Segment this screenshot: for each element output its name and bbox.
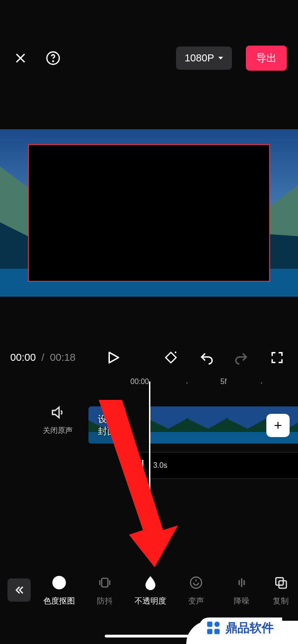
playback-bar: 00:00 / 00:18 xyxy=(0,341,298,374)
quality-selector[interactable]: 1080P xyxy=(176,46,232,70)
undo-icon[interactable] xyxy=(196,347,217,368)
collapse-toolbar-button[interactable] xyxy=(7,578,31,602)
mute-original-audio[interactable]: 关闭原声 xyxy=(43,405,73,436)
time-separator: / xyxy=(41,352,44,364)
svg-rect-42 xyxy=(214,629,219,634)
time-current: 00:00 xyxy=(10,352,36,364)
denoise-icon xyxy=(233,574,250,591)
svg-rect-29 xyxy=(140,460,141,471)
tool-label: 防抖 xyxy=(97,596,113,606)
svg-rect-30 xyxy=(142,460,143,471)
timeline-area[interactable]: 关闭原声 设置 封面 + 3.0s xyxy=(0,394,298,497)
overlay-selection[interactable] xyxy=(28,144,270,282)
svg-point-40 xyxy=(214,621,219,626)
keyframe-icon[interactable] xyxy=(160,347,182,368)
watermark-logo-icon xyxy=(206,620,222,636)
svg-rect-39 xyxy=(207,621,212,626)
redo-icon[interactable] xyxy=(231,347,252,368)
ruler-dot xyxy=(261,382,262,384)
svg-rect-19 xyxy=(149,432,189,444)
tool-label: 色度抠图 xyxy=(43,596,75,606)
preview-area[interactable] xyxy=(0,129,298,297)
svg-rect-34 xyxy=(61,584,64,587)
export-button[interactable]: 导出 xyxy=(246,46,287,71)
play-button[interactable] xyxy=(101,345,125,370)
clip-thumb xyxy=(149,406,189,444)
opacity-icon xyxy=(142,574,159,591)
clip-handle-left[interactable] xyxy=(134,452,149,478)
svg-rect-35 xyxy=(102,578,108,587)
tool-label: 降噪 xyxy=(234,596,250,606)
overlay-track[interactable]: 3.0s xyxy=(133,452,298,479)
tool-label: 不透明度 xyxy=(135,596,166,606)
tool-label: 复制 xyxy=(273,596,289,606)
header-bar: 1080P 导出 xyxy=(0,0,298,79)
clip-duration: 3.0s xyxy=(153,461,167,470)
tool-copy[interactable]: 复制 xyxy=(264,574,297,606)
cover-label: 设置 封面 xyxy=(98,413,116,437)
tool-stabilize[interactable]: 防抖 xyxy=(82,574,128,606)
chevron-down-icon xyxy=(218,55,224,61)
fullscreen-icon[interactable] xyxy=(266,347,288,368)
stabilize-icon xyxy=(96,574,113,591)
svg-point-1 xyxy=(53,61,54,62)
clip-thumb xyxy=(228,406,268,444)
svg-rect-33 xyxy=(55,578,58,581)
tool-opacity[interactable]: 不透明度 xyxy=(128,574,173,606)
watermark-text: 鼎品软件 xyxy=(225,620,274,636)
svg-point-36 xyxy=(190,577,202,588)
quality-label: 1080P xyxy=(184,52,214,64)
tool-label: 变声 xyxy=(188,596,204,606)
svg-rect-25 xyxy=(228,432,268,444)
help-icon[interactable] xyxy=(44,49,62,67)
voice-change-icon xyxy=(188,574,204,591)
close-icon[interactable] xyxy=(11,49,30,67)
speaker-icon xyxy=(50,405,66,420)
svg-rect-22 xyxy=(189,432,228,444)
tool-chroma-key[interactable]: 色度抠图 xyxy=(36,574,82,606)
bottom-toolbar: 色度抠图 防抖 不透明度 变声 降噪 复制 xyxy=(0,562,298,618)
tool-denoise[interactable]: 降噪 xyxy=(219,574,264,606)
clip-thumb xyxy=(189,406,228,444)
set-cover-button[interactable]: 设置 封面 xyxy=(88,406,126,444)
tool-voice-change[interactable]: 变声 xyxy=(173,574,219,606)
ruler-tick-5f: 5f xyxy=(220,378,226,386)
copy-icon xyxy=(272,574,289,591)
mute-label: 关闭原声 xyxy=(43,426,73,436)
ruler-dot xyxy=(186,382,188,384)
time-total: 00:18 xyxy=(50,352,75,364)
ruler-tick-0: 00:00 xyxy=(130,378,149,386)
add-clip-button[interactable]: + xyxy=(266,414,290,437)
home-indicator xyxy=(105,635,193,637)
svg-rect-41 xyxy=(207,629,212,634)
chroma-key-icon xyxy=(51,574,68,591)
watermark: 鼎品软件 xyxy=(199,617,282,638)
playhead[interactable] xyxy=(149,381,150,493)
